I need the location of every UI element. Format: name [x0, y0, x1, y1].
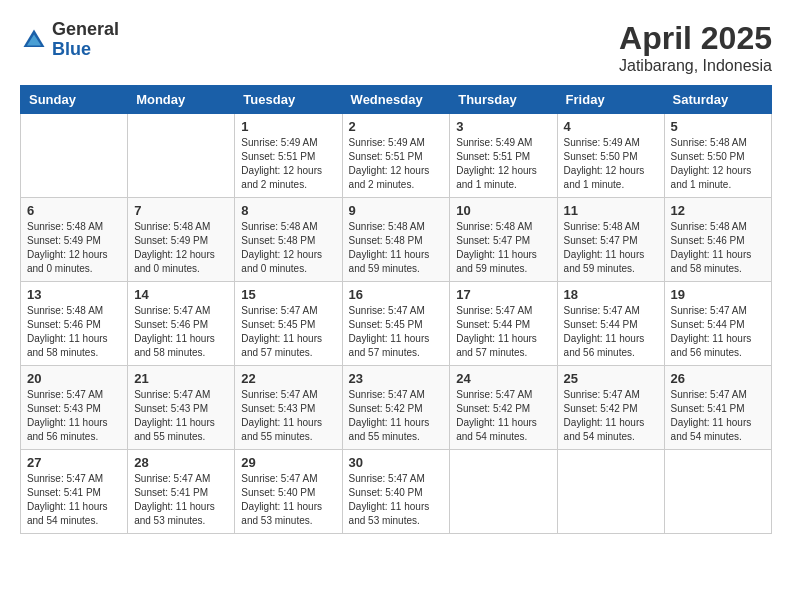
- day-info: Sunrise: 5:48 AM Sunset: 5:47 PM Dayligh…: [456, 220, 550, 276]
- week-row-5: 27Sunrise: 5:47 AM Sunset: 5:41 PM Dayli…: [21, 450, 772, 534]
- day-cell: 12Sunrise: 5:48 AM Sunset: 5:46 PM Dayli…: [664, 198, 771, 282]
- day-number: 3: [456, 119, 550, 134]
- day-number: 25: [564, 371, 658, 386]
- day-cell: 10Sunrise: 5:48 AM Sunset: 5:47 PM Dayli…: [450, 198, 557, 282]
- day-info: Sunrise: 5:48 AM Sunset: 5:46 PM Dayligh…: [27, 304, 121, 360]
- day-number: 1: [241, 119, 335, 134]
- logo: General Blue: [20, 20, 119, 60]
- day-cell: [664, 450, 771, 534]
- day-number: 15: [241, 287, 335, 302]
- day-info: Sunrise: 5:48 AM Sunset: 5:47 PM Dayligh…: [564, 220, 658, 276]
- day-info: Sunrise: 5:47 AM Sunset: 5:45 PM Dayligh…: [349, 304, 444, 360]
- day-info: Sunrise: 5:47 AM Sunset: 5:43 PM Dayligh…: [134, 388, 228, 444]
- day-cell: 6Sunrise: 5:48 AM Sunset: 5:49 PM Daylig…: [21, 198, 128, 282]
- logo-text: General Blue: [52, 20, 119, 60]
- day-number: 20: [27, 371, 121, 386]
- day-info: Sunrise: 5:47 AM Sunset: 5:41 PM Dayligh…: [27, 472, 121, 528]
- day-cell: 1Sunrise: 5:49 AM Sunset: 5:51 PM Daylig…: [235, 114, 342, 198]
- header: General Blue April 2025 Jatibarang, Indo…: [20, 20, 772, 75]
- day-cell: 4Sunrise: 5:49 AM Sunset: 5:50 PM Daylig…: [557, 114, 664, 198]
- day-info: Sunrise: 5:47 AM Sunset: 5:45 PM Dayligh…: [241, 304, 335, 360]
- day-cell: 7Sunrise: 5:48 AM Sunset: 5:49 PM Daylig…: [128, 198, 235, 282]
- day-info: Sunrise: 5:47 AM Sunset: 5:44 PM Dayligh…: [564, 304, 658, 360]
- day-number: 17: [456, 287, 550, 302]
- day-number: 27: [27, 455, 121, 470]
- day-cell: 14Sunrise: 5:47 AM Sunset: 5:46 PM Dayli…: [128, 282, 235, 366]
- day-cell: 26Sunrise: 5:47 AM Sunset: 5:41 PM Dayli…: [664, 366, 771, 450]
- week-row-3: 13Sunrise: 5:48 AM Sunset: 5:46 PM Dayli…: [21, 282, 772, 366]
- day-info: Sunrise: 5:48 AM Sunset: 5:49 PM Dayligh…: [134, 220, 228, 276]
- col-sunday: Sunday: [21, 86, 128, 114]
- col-monday: Monday: [128, 86, 235, 114]
- day-number: 22: [241, 371, 335, 386]
- day-number: 2: [349, 119, 444, 134]
- day-info: Sunrise: 5:47 AM Sunset: 5:40 PM Dayligh…: [241, 472, 335, 528]
- day-info: Sunrise: 5:47 AM Sunset: 5:43 PM Dayligh…: [241, 388, 335, 444]
- day-info: Sunrise: 5:49 AM Sunset: 5:51 PM Dayligh…: [349, 136, 444, 192]
- day-info: Sunrise: 5:49 AM Sunset: 5:51 PM Dayligh…: [241, 136, 335, 192]
- day-number: 9: [349, 203, 444, 218]
- day-number: 23: [349, 371, 444, 386]
- day-number: 5: [671, 119, 765, 134]
- week-row-2: 6Sunrise: 5:48 AM Sunset: 5:49 PM Daylig…: [21, 198, 772, 282]
- day-info: Sunrise: 5:47 AM Sunset: 5:42 PM Dayligh…: [349, 388, 444, 444]
- col-tuesday: Tuesday: [235, 86, 342, 114]
- calendar-table: Sunday Monday Tuesday Wednesday Thursday…: [20, 85, 772, 534]
- day-cell: 18Sunrise: 5:47 AM Sunset: 5:44 PM Dayli…: [557, 282, 664, 366]
- day-number: 11: [564, 203, 658, 218]
- col-thursday: Thursday: [450, 86, 557, 114]
- logo-blue: Blue: [52, 40, 119, 60]
- day-cell: 24Sunrise: 5:47 AM Sunset: 5:42 PM Dayli…: [450, 366, 557, 450]
- day-cell: [21, 114, 128, 198]
- day-number: 14: [134, 287, 228, 302]
- day-cell: [128, 114, 235, 198]
- day-cell: 30Sunrise: 5:47 AM Sunset: 5:40 PM Dayli…: [342, 450, 450, 534]
- day-cell: 2Sunrise: 5:49 AM Sunset: 5:51 PM Daylig…: [342, 114, 450, 198]
- col-saturday: Saturday: [664, 86, 771, 114]
- day-cell: 15Sunrise: 5:47 AM Sunset: 5:45 PM Dayli…: [235, 282, 342, 366]
- day-number: 16: [349, 287, 444, 302]
- day-cell: 23Sunrise: 5:47 AM Sunset: 5:42 PM Dayli…: [342, 366, 450, 450]
- day-cell: 21Sunrise: 5:47 AM Sunset: 5:43 PM Dayli…: [128, 366, 235, 450]
- day-number: 4: [564, 119, 658, 134]
- day-number: 6: [27, 203, 121, 218]
- header-row: Sunday Monday Tuesday Wednesday Thursday…: [21, 86, 772, 114]
- day-cell: 8Sunrise: 5:48 AM Sunset: 5:48 PM Daylig…: [235, 198, 342, 282]
- col-friday: Friday: [557, 86, 664, 114]
- day-info: Sunrise: 5:47 AM Sunset: 5:42 PM Dayligh…: [564, 388, 658, 444]
- day-info: Sunrise: 5:47 AM Sunset: 5:44 PM Dayligh…: [671, 304, 765, 360]
- day-info: Sunrise: 5:47 AM Sunset: 5:42 PM Dayligh…: [456, 388, 550, 444]
- day-cell: [450, 450, 557, 534]
- day-info: Sunrise: 5:47 AM Sunset: 5:46 PM Dayligh…: [134, 304, 228, 360]
- day-cell: 29Sunrise: 5:47 AM Sunset: 5:40 PM Dayli…: [235, 450, 342, 534]
- day-cell: 5Sunrise: 5:48 AM Sunset: 5:50 PM Daylig…: [664, 114, 771, 198]
- day-number: 18: [564, 287, 658, 302]
- day-number: 7: [134, 203, 228, 218]
- day-number: 8: [241, 203, 335, 218]
- title-area: April 2025 Jatibarang, Indonesia: [619, 20, 772, 75]
- day-info: Sunrise: 5:48 AM Sunset: 5:48 PM Dayligh…: [241, 220, 335, 276]
- day-number: 28: [134, 455, 228, 470]
- day-info: Sunrise: 5:48 AM Sunset: 5:48 PM Dayligh…: [349, 220, 444, 276]
- day-info: Sunrise: 5:48 AM Sunset: 5:46 PM Dayligh…: [671, 220, 765, 276]
- logo-general: General: [52, 20, 119, 40]
- day-cell: 28Sunrise: 5:47 AM Sunset: 5:41 PM Dayli…: [128, 450, 235, 534]
- day-info: Sunrise: 5:47 AM Sunset: 5:41 PM Dayligh…: [671, 388, 765, 444]
- col-wednesday: Wednesday: [342, 86, 450, 114]
- day-info: Sunrise: 5:49 AM Sunset: 5:51 PM Dayligh…: [456, 136, 550, 192]
- month-title: April 2025: [619, 20, 772, 57]
- day-info: Sunrise: 5:47 AM Sunset: 5:41 PM Dayligh…: [134, 472, 228, 528]
- day-number: 29: [241, 455, 335, 470]
- day-cell: [557, 450, 664, 534]
- day-number: 24: [456, 371, 550, 386]
- day-cell: 16Sunrise: 5:47 AM Sunset: 5:45 PM Dayli…: [342, 282, 450, 366]
- day-number: 26: [671, 371, 765, 386]
- day-number: 21: [134, 371, 228, 386]
- location-title: Jatibarang, Indonesia: [619, 57, 772, 75]
- day-number: 13: [27, 287, 121, 302]
- day-cell: 19Sunrise: 5:47 AM Sunset: 5:44 PM Dayli…: [664, 282, 771, 366]
- day-cell: 25Sunrise: 5:47 AM Sunset: 5:42 PM Dayli…: [557, 366, 664, 450]
- day-cell: 11Sunrise: 5:48 AM Sunset: 5:47 PM Dayli…: [557, 198, 664, 282]
- day-info: Sunrise: 5:47 AM Sunset: 5:44 PM Dayligh…: [456, 304, 550, 360]
- week-row-1: 1Sunrise: 5:49 AM Sunset: 5:51 PM Daylig…: [21, 114, 772, 198]
